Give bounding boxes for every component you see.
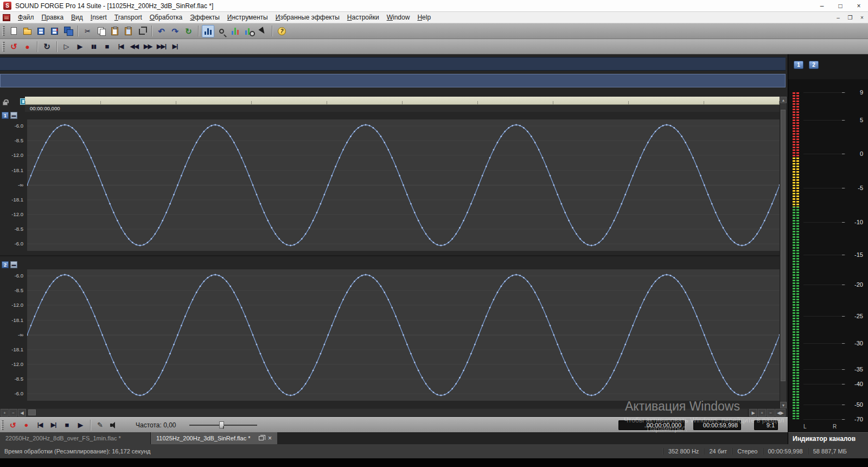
zoom-ratio-display[interactable]: 9:1 — [754, 420, 778, 430]
zoom-out-time-button[interactable]: − — [9, 409, 17, 416]
status-channel-mode[interactable]: Стерео — [732, 448, 762, 455]
loop-record-button[interactable]: ↺ — [8, 40, 20, 53]
frequency-slider[interactable] — [189, 421, 257, 430]
tab-restore-icon[interactable] — [259, 436, 264, 440]
copy-button[interactable] — [95, 25, 107, 37]
loop-playback-button[interactable]: ↻ — [41, 40, 53, 53]
waveform-channel-2[interactable] — [27, 269, 780, 401]
channel-2-collapse-button[interactable]: ▬ — [10, 261, 17, 268]
trim-button[interactable] — [136, 25, 148, 37]
zoom-tool-button[interactable] — [215, 25, 228, 37]
menu-item-view[interactable]: Вид — [67, 12, 87, 22]
save-all-button[interactable] — [62, 25, 74, 37]
menu-item-options[interactable]: Настройки — [343, 12, 383, 22]
playbar-grip[interactable] — [1, 420, 4, 430]
toolbar-grip[interactable] — [2, 26, 5, 36]
horizontal-scrollbar[interactable] — [27, 409, 748, 416]
playbar-record-button[interactable]: ● — [20, 419, 33, 431]
play-button[interactable]: ▶ — [74, 40, 86, 53]
menu-item-process[interactable]: Обработка — [146, 12, 187, 22]
status-bit-depth[interactable]: 24 бит — [704, 448, 732, 455]
playbar-go-start-button[interactable]: |◀ — [34, 419, 46, 431]
channel-1-collapse-button[interactable]: ▬ — [10, 112, 17, 119]
go-to-start-button[interactable]: |◀ — [114, 40, 127, 53]
spectrum-analysis-button[interactable] — [242, 25, 255, 37]
lock-icon[interactable] — [3, 102, 8, 105]
close-button[interactable]: × — [850, 0, 868, 11]
document-icon[interactable] — [3, 14, 10, 21]
stop-button[interactable]: ■ — [101, 40, 113, 53]
status-length[interactable]: 00:00:59,998 — [763, 448, 808, 455]
channel-2-badge[interactable]: 2 — [2, 261, 9, 268]
save-button[interactable] — [35, 25, 47, 37]
pencil-edit-button[interactable]: ✎ — [94, 419, 106, 431]
channel-1-badge[interactable]: 1 — [2, 112, 9, 119]
forward-button[interactable]: ▶▶ — [142, 40, 154, 53]
menu-item-window[interactable]: Window — [383, 12, 414, 22]
doc-minimize-button[interactable]: – — [832, 12, 844, 22]
frequency-slider-thumb[interactable] — [219, 421, 224, 428]
meter-channel-1-button[interactable]: 1 — [794, 61, 803, 69]
vertical-scroll-thumb[interactable] — [781, 110, 786, 381]
scroll-up-button[interactable]: ▲ — [780, 97, 787, 103]
pointer-tool-button[interactable] — [256, 25, 269, 37]
zoom-fit-button[interactable]: ◀▶ — [775, 409, 786, 416]
toolbar-grip[interactable] — [2, 42, 5, 52]
tab-22050hz-file[interactable]: 22050Hz_200Hz_8dB_over_FS_1min.flac * — [0, 432, 151, 444]
position-time-display[interactable]: 00:00:00,000 — [618, 420, 685, 430]
playbar-stop-button[interactable]: ■ — [61, 419, 73, 431]
overview-selection-bar[interactable] — [0, 74, 786, 87]
maximize-button[interactable]: □ — [831, 0, 850, 11]
go-to-end-button[interactable]: ▶| — [169, 40, 181, 53]
playbar-go-end-button[interactable]: ▶| — [47, 419, 60, 431]
vertical-scrollbar[interactable]: ▲ ▼ — [780, 97, 786, 408]
tab-11025hz-file[interactable]: 11025Hz_200Hz_3dB_SinRef.flac * × — [151, 432, 277, 444]
minimize-button[interactable]: – — [813, 0, 831, 11]
scroll-down-button[interactable]: ▼ — [780, 402, 787, 408]
open-file-button[interactable] — [21, 25, 34, 37]
horizontal-scroll-thumb[interactable] — [28, 409, 36, 415]
rewind-button[interactable]: ◀◀ — [128, 40, 141, 53]
playbar-loop-record-button[interactable]: ↺ — [7, 419, 19, 431]
meter-body[interactable]: L R 950-5-10-15-20-25-30-35-40-50-70 — [788, 79, 868, 432]
save-as-button[interactable] — [48, 25, 61, 37]
waveform-channel-1[interactable] — [27, 119, 780, 251]
overview-bar[interactable] — [0, 57, 786, 71]
menu-item-help[interactable]: Help — [413, 12, 435, 22]
zoom-out-button[interactable]: − — [767, 409, 775, 416]
redo-button[interactable]: ↷ — [169, 25, 181, 37]
audition-button[interactable] — [107, 419, 120, 431]
scroll-right-button[interactable]: ▶ — [749, 409, 757, 416]
paste-button[interactable] — [108, 25, 121, 37]
status-sample-rate[interactable]: 352 800 Hz — [663, 448, 704, 455]
tab-close-icon[interactable]: × — [268, 434, 272, 442]
menu-item-edit[interactable]: Правка — [38, 12, 68, 22]
time-ruler[interactable] — [25, 97, 780, 105]
menu-item-favorite-effects[interactable]: Избранные эффекты — [272, 12, 343, 22]
scroll-left-button[interactable]: ◀ — [18, 409, 26, 416]
paste-special-button[interactable] — [122, 25, 135, 37]
menu-item-tools[interactable]: Инструменты — [224, 12, 272, 22]
end-time-display[interactable]: 00:00:59,998 — [693, 420, 741, 430]
menu-item-transport[interactable]: Transport — [111, 12, 146, 22]
menu-item-file[interactable]: Файл — [14, 12, 38, 22]
cut-button[interactable]: ✂ — [81, 25, 94, 37]
zoom-in-button[interactable]: + — [758, 409, 766, 416]
menu-item-insert[interactable]: Insert — [87, 12, 111, 22]
zoom-in-time-button[interactable]: + — [1, 409, 9, 416]
play-all-button[interactable]: ▷ — [60, 40, 73, 53]
undo-button[interactable]: ↶ — [155, 25, 168, 37]
edit-tool-button[interactable] — [202, 25, 214, 37]
repeat-button[interactable]: ↻ — [182, 25, 195, 37]
playbar-play-button[interactable]: ▶ — [74, 419, 87, 431]
doc-restore-button[interactable]: ❐ — [844, 12, 856, 22]
statistics-button[interactable] — [229, 25, 241, 37]
help-button[interactable]: ? — [276, 25, 288, 37]
new-file-button[interactable] — [8, 25, 20, 37]
next-marker-button[interactable]: ▶▶| — [155, 40, 168, 53]
meter-channel-2-button[interactable]: 2 — [809, 61, 819, 69]
doc-close-button[interactable]: × — [856, 12, 868, 22]
record-button[interactable]: ● — [21, 40, 34, 53]
pause-button[interactable]: ▮▮ — [87, 40, 100, 53]
menu-item-effects[interactable]: Эффекты — [186, 12, 224, 22]
